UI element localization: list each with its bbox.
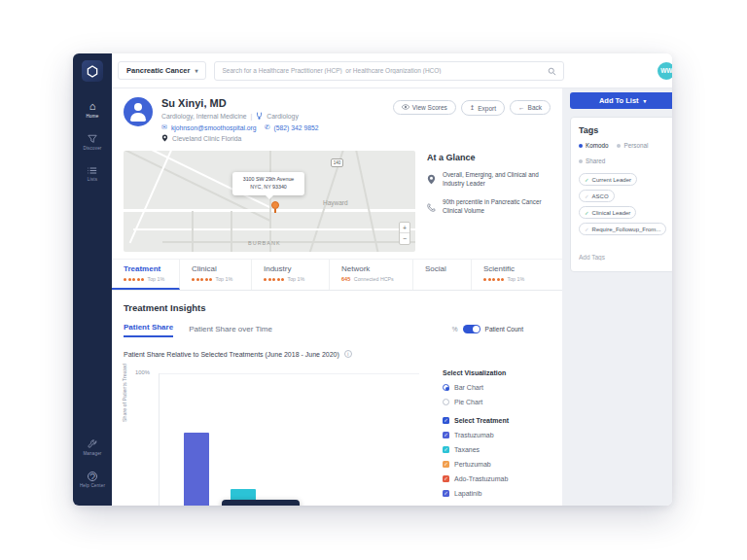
disease-dropdown[interactable]: Pancreatic Cancer ▾	[118, 61, 206, 80]
tab-score: Top 1%	[264, 276, 329, 282]
map-tooltip-city: NYC, NY 93340	[237, 184, 300, 192]
profile-department: Cardiology	[267, 113, 299, 120]
zoom-in-button[interactable]: +	[400, 223, 409, 233]
profile-actions: View Scores ↥ Export ← Back	[393, 97, 551, 143]
chart-tooltip	[222, 500, 300, 506]
funnel-icon	[88, 134, 97, 144]
app-logo[interactable]	[82, 60, 103, 82]
map-label-hayward: Hayward	[323, 199, 348, 206]
tag-pill-current-leader[interactable]: ✓ Current Leader	[579, 173, 637, 186]
add-to-list-button[interactable]: Add To List ▾	[570, 92, 672, 109]
radio-dot-icon	[579, 144, 583, 148]
tag-filter-personal[interactable]: Personal	[617, 142, 648, 149]
sidebar-item-home[interactable]: ⌂ Home	[87, 101, 99, 119]
profile-email[interactable]: kjohnson@smoothospital.org	[171, 124, 257, 131]
tag-pill-label: Clinical Leader	[592, 210, 631, 216]
sidebar-item-help-center[interactable]: ? Help Center	[80, 472, 105, 488]
location-pin-icon	[161, 134, 168, 143]
checkbox-icon: ✓	[443, 475, 449, 482]
view-scores-label: View Scores	[412, 104, 447, 111]
zoom-out-button[interactable]: −	[400, 233, 409, 244]
user-avatar[interactable]: WW	[658, 62, 672, 80]
map-road	[231, 211, 232, 252]
check-icon: ✓	[585, 210, 589, 216]
pin-icon	[427, 170, 437, 189]
tab-score: 645 Connected HCPs	[341, 276, 412, 282]
tag-filter-shared[interactable]: Shared	[579, 158, 605, 164]
tab-subtext: Top 1%	[288, 276, 305, 282]
checkbox-trastuzumab[interactable]: ✓ Trastuzumab	[443, 432, 551, 438]
bar-trastuzumab[interactable]	[184, 433, 209, 506]
sidebar-item-manager[interactable]: Manager	[83, 439, 101, 456]
tab-subtext: Connected HCPs	[354, 276, 394, 282]
topbar: Pancreatic Cancer ▾ WW	[112, 53, 672, 88]
search-icon[interactable]	[548, 62, 556, 80]
add-tags-field[interactable]	[579, 246, 666, 263]
tab-scientific[interactable]: Scientific Top 1%	[472, 260, 561, 290]
back-button[interactable]: ← Back	[510, 100, 551, 115]
tab-score: Top 1%	[192, 276, 251, 282]
sidebar-item-label: Home	[87, 114, 99, 119]
select-visualization-heading: Select Visualization	[443, 369, 551, 376]
radio-bar-chart[interactable]: Bar Chart	[443, 384, 551, 391]
map-road	[162, 241, 415, 243]
map-zoom-controls: + −	[399, 222, 410, 245]
info-icon[interactable]: i	[344, 350, 352, 358]
map-label-burbank: BURBANK	[248, 240, 281, 246]
tag-filters: Komodo Personal Shared	[579, 142, 666, 164]
tag-filter-komodo[interactable]: Komodo	[579, 142, 608, 149]
checkbox-lapatinib[interactable]: ✓ Lapatinib	[443, 490, 551, 497]
checkbox-label: Trastuzumab	[454, 432, 494, 438]
insights-subtabs-row: Patient Share Patient Share over Time % …	[124, 323, 551, 337]
checkbox-taxanes[interactable]: ✓ Taxanes	[443, 446, 551, 453]
checkbox-pertuzumab[interactable]: ✓ Pertuzumab	[443, 461, 551, 468]
map-road	[269, 151, 271, 252]
tab-patient-share-over-time[interactable]: Patient Share over Time	[189, 325, 272, 337]
y-axis-label: Share of Patients Treated	[122, 364, 127, 422]
map-pin-icon[interactable]	[271, 201, 279, 209]
export-button[interactable]: ↥ Export	[461, 100, 505, 116]
search-input[interactable]	[222, 67, 548, 74]
check-icon: ✓	[585, 227, 589, 232]
sidebar-item-lists[interactable]: Lists	[88, 166, 97, 182]
checkbox-icon: ✓	[443, 461, 449, 468]
map-tooltip: 3100 SW 29th Avenue NYC, NY 93340	[232, 172, 304, 195]
sidebar-item-discover[interactable]: Discover	[83, 134, 101, 151]
tab-patient-share[interactable]: Patient Share	[124, 323, 173, 337]
envelope-icon: ✉	[161, 123, 167, 131]
tab-industry[interactable]: Industry Top 1%	[252, 260, 330, 290]
tab-label: Scientific	[483, 264, 561, 273]
profile-organization[interactable]: Cleveland Clinic Florida	[172, 135, 241, 142]
tab-treatment[interactable]: Treatment Top 1%	[112, 260, 180, 290]
profile-specialty-line: Cardiology, Internal Medicine | Cardiolo…	[161, 112, 319, 121]
tab-clinical[interactable]: Clinical Top 1%	[180, 260, 252, 290]
view-scores-button[interactable]: View Scores	[393, 100, 456, 115]
sidebar-item-label: Manager	[83, 451, 101, 456]
unit-toggle[interactable]	[463, 325, 480, 333]
profile-phone[interactable]: (582) 342 9852	[274, 124, 319, 131]
percent-label: %	[452, 326, 458, 332]
back-arrow-icon: ←	[518, 104, 525, 111]
map[interactable]: Hayward BURBANK 140 3100 SW 29th Avenue …	[124, 151, 415, 252]
radio-pie-chart[interactable]: Pie Chart	[443, 399, 551, 405]
map-tooltip-address: 3100 SW 29th Avenue	[237, 176, 300, 184]
tab-network[interactable]: Network 645 Connected HCPs	[330, 260, 413, 290]
search-box[interactable]	[214, 61, 564, 81]
tab-social[interactable]: Social	[413, 260, 472, 290]
map-section: Hayward BURBANK 140 3100 SW 29th Avenue …	[112, 147, 562, 252]
tag-pill-asco[interactable]: ✓ ASCO	[579, 190, 615, 202]
checkbox-select-treatment[interactable]: ✓ Select Treatment	[443, 417, 551, 424]
treatment-insights-section: Treatment Insights Patient Share Patient…	[112, 291, 562, 506]
gridline-100	[160, 373, 419, 374]
chart-plot-area	[159, 373, 419, 506]
chevron-down-icon: ▾	[644, 98, 647, 104]
checkbox-label: Pertuzumab	[454, 461, 491, 468]
checkbox-ado-trastuzumab[interactable]: ✓ Ado-Trastuzumab	[443, 475, 551, 482]
content-row: Su Xinyi, MD Cardiology, Internal Medici…	[112, 88, 672, 506]
tag-pill-require-followup[interactable]: ✓ Require_Followup_From...	[579, 223, 666, 235]
main-content: Su Xinyi, MD Cardiology, Internal Medici…	[112, 88, 562, 506]
add-tags-input[interactable]	[579, 254, 666, 261]
app-window: ⌂ Home Discover Lists Manager ? Help Cen…	[73, 53, 672, 506]
sidebar-item-label: Discover	[83, 146, 101, 151]
tag-pill-clinical-leader[interactable]: ✓ Clinical Leader	[579, 206, 636, 219]
